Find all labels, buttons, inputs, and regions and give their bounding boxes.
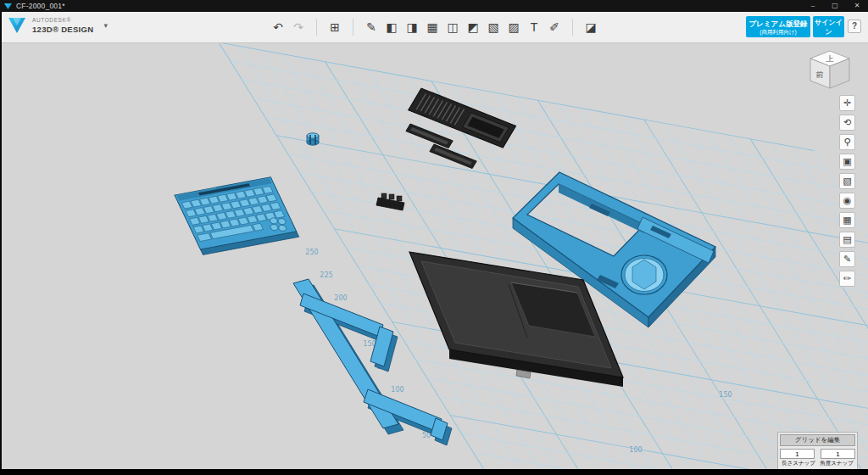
combine-icon[interactable]: ◩ bbox=[463, 16, 483, 38]
angle-snap-input[interactable] bbox=[821, 449, 855, 459]
length-snap-input[interactable] bbox=[780, 449, 815, 459]
view-cube-top-label: 上 bbox=[826, 54, 834, 63]
brand-menu[interactable]: AUTODESK® 123D® DESIGN ▾ bbox=[7, 15, 108, 36]
grid-axis-label: 100 bbox=[629, 446, 642, 454]
view-cube[interactable]: 上 前 bbox=[805, 48, 854, 93]
modify-icon[interactable]: ▧ bbox=[483, 16, 504, 38]
premium-signup-button[interactable]: プレミアム版登録 (商用利用向け) bbox=[746, 16, 810, 37]
extrude-icon[interactable]: ◨ bbox=[402, 16, 422, 38]
grid-edit-panel: グリッドを編集 長さスナップ 角度スナップ bbox=[777, 432, 858, 470]
toolbar-divider bbox=[572, 19, 573, 36]
annotate-icon[interactable]: ✏ bbox=[839, 271, 855, 287]
visibility-icon[interactable]: ◉ bbox=[839, 193, 855, 209]
grid-axis-label: 225 bbox=[320, 271, 332, 279]
fit-view-icon[interactable]: ▣ bbox=[839, 154, 855, 170]
premium-sublabel: (商用利用向け) bbox=[746, 29, 810, 35]
undo-icon[interactable]: ↶ bbox=[268, 16, 288, 38]
insert-part-icon[interactable]: ⊞ bbox=[325, 16, 345, 38]
chevron-down-icon[interactable]: ▾ bbox=[103, 21, 108, 30]
cylinder-part[interactable] bbox=[307, 133, 319, 145]
title-bar: CF-2000_001* – ▢ ✕ bbox=[0, 0, 868, 12]
primitive-box-icon[interactable]: ◧ bbox=[381, 16, 402, 38]
window-title: CF-2000_001* bbox=[16, 2, 65, 10]
toolbar-divider bbox=[316, 19, 317, 36]
brand-autodesk: AUTODESK® bbox=[32, 18, 93, 24]
sketch-icon[interactable]: ✎ bbox=[361, 16, 381, 38]
material-display-icon[interactable]: ▧ bbox=[839, 173, 855, 189]
text-icon[interactable]: T bbox=[524, 16, 544, 38]
grid-axis-label: 100 bbox=[391, 386, 403, 394]
maximize-button[interactable]: ▢ bbox=[824, 0, 846, 12]
tweak-icon[interactable]: ✐ bbox=[544, 16, 565, 38]
view-cube-front-label: 前 bbox=[816, 70, 824, 79]
pan-icon[interactable]: ✛ bbox=[839, 95, 855, 111]
window-left-edge bbox=[0, 12, 2, 475]
orbit-icon[interactable]: ⟲ bbox=[839, 115, 855, 131]
grid-axis-label: 200 bbox=[334, 294, 347, 302]
speaker-disc[interactable] bbox=[625, 259, 664, 292]
minimize-button[interactable]: – bbox=[802, 0, 824, 12]
measure-icon[interactable]: ▨ bbox=[504, 16, 524, 38]
toolbar-icon-strip: ↶↷⊞✎◧◨▦◫◩▧▨T✐◪ bbox=[268, 12, 601, 42]
help-button[interactable]: ? bbox=[848, 20, 861, 33]
viewport-canvas[interactable]: 2502252001751501251007550100150 bbox=[0, 0, 868, 475]
brand-123d-design: 123D® DESIGN bbox=[32, 25, 93, 34]
snapshot-icon[interactable]: ▤ bbox=[839, 232, 855, 248]
main-toolbar: AUTODESK® 123D® DESIGN ▾ ↶↷⊞✎◧◨▦◫◩▧▨T✐◪ … bbox=[0, 12, 868, 43]
edit-grid-button[interactable]: グリッドを編集 bbox=[780, 434, 855, 446]
grid-toggle-icon[interactable]: ▦ bbox=[839, 212, 855, 228]
zoom-icon[interactable]: ⚲ bbox=[839, 134, 855, 150]
premium-label: プレミアム版登録 bbox=[746, 20, 810, 28]
toolbar-divider bbox=[353, 19, 353, 36]
group-icon[interactable]: ◫ bbox=[442, 16, 463, 38]
material-icon[interactable]: ◪ bbox=[581, 16, 601, 38]
autodesk-123d-logo-icon bbox=[7, 15, 27, 36]
grid-axis-label: 250 bbox=[305, 249, 318, 256]
paint-icon[interactable]: ✎ bbox=[839, 251, 855, 267]
window-bottom-edge bbox=[0, 469, 868, 475]
close-button[interactable]: ✕ bbox=[846, 0, 868, 12]
navigation-toolbar: ✛⟲⚲▣▧◉▦▤✎✏ bbox=[839, 95, 855, 290]
redo-icon[interactable]: ↷ bbox=[288, 16, 309, 38]
length-snap-label: 長さスナップ bbox=[780, 460, 817, 467]
signin-button[interactable]: サインイン bbox=[813, 16, 844, 37]
app-logo-icon bbox=[4, 3, 12, 10]
pattern-icon[interactable]: ▦ bbox=[422, 16, 442, 38]
grid-axis-label: 150 bbox=[719, 391, 732, 399]
angle-snap-label: 角度スナップ bbox=[818, 460, 855, 467]
